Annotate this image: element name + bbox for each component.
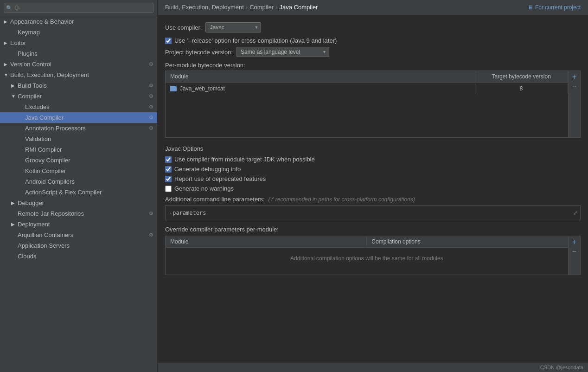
module-cell: Java_web_tomcat xyxy=(166,83,475,94)
sidebar-item-app-servers[interactable]: Application Servers xyxy=(0,240,157,251)
bytecode-version-dropdown[interactable]: Same as language level xyxy=(236,47,329,57)
add-override-button[interactable]: + xyxy=(570,238,578,246)
add-module-button[interactable]: + xyxy=(570,73,578,81)
sidebar-nav: ▶Appearance & BehaviorKeymap▶EditorPlugi… xyxy=(0,16,157,262)
sidebar-item-rmi-compiler[interactable]: RMI Compiler xyxy=(0,144,157,155)
version-col-header: Target bytecode version xyxy=(475,71,568,82)
breadcrumb-sep-1: › xyxy=(246,4,248,11)
arrow-icon-version-control: ▶ xyxy=(4,62,10,67)
remove-module-button[interactable]: − xyxy=(570,82,578,90)
sidebar-item-groovy-compiler[interactable]: Groovy Compiler xyxy=(0,155,157,166)
version-cell: 8 xyxy=(475,83,568,94)
sidebar-item-plugins[interactable]: Plugins xyxy=(0,48,157,59)
sidebar-item-compiler[interactable]: ▼Compiler⚙ xyxy=(0,91,157,102)
sidebar-item-editor[interactable]: ▶Editor xyxy=(0,38,157,48)
arrow-icon-compiler: ▼ xyxy=(11,94,18,99)
module-table-main: Module Target bytecode version Java_web_… xyxy=(165,71,569,138)
content-area: Build, Execution, Deployment › Compiler … xyxy=(158,0,588,372)
sidebar-label-excludes: Excludes xyxy=(25,103,50,110)
credit-text: CSDN @jesondata xyxy=(540,365,583,370)
sidebar-label-keymap: Keymap xyxy=(18,29,40,36)
per-module-label: Per-module bytecode version: xyxy=(165,62,245,69)
release-option-label: Use '--release' option for cross-compila… xyxy=(174,37,337,44)
sidebar-item-kotlin-compiler[interactable]: Kotlin Compiler xyxy=(0,166,157,176)
arrow-icon-build-tools: ▶ xyxy=(11,83,18,88)
compiler-dropdown-wrap: Javac Eclipse Ajc xyxy=(205,22,261,32)
sidebar-item-android-compilers[interactable]: Android Compilers xyxy=(0,176,157,187)
sidebar-item-build-tools[interactable]: ▶Build Tools⚙ xyxy=(0,80,157,91)
bottom-bar: CSDN @jesondata xyxy=(158,362,588,372)
compiler-dropdown[interactable]: Javac Eclipse Ajc xyxy=(205,22,261,32)
option-debug-label: Generate debugging info xyxy=(174,166,241,173)
main-layout: ▶Appearance & BehaviorKeymap▶EditorPlugi… xyxy=(0,0,588,372)
release-option-checkbox[interactable] xyxy=(165,38,172,44)
sidebar-item-version-control[interactable]: ▶Version Control⚙ xyxy=(0,59,157,70)
sidebar-label-groovy-compiler: Groovy Compiler xyxy=(25,157,70,164)
sidebar-item-validation[interactable]: Validation xyxy=(0,134,157,144)
sidebar-label-remote-jar: Remote Jar Repositories xyxy=(18,210,84,217)
search-box xyxy=(0,0,157,16)
javac-options-title: Javac Options xyxy=(165,145,581,152)
sidebar-item-deployment[interactable]: ▶Deployment xyxy=(0,219,157,230)
sidebar-label-build-exec-deploy: Build, Execution, Deployment xyxy=(10,71,89,78)
option-jdk-checkbox[interactable] xyxy=(165,156,172,163)
sidebar-label-appearance: Appearance & Behavior xyxy=(10,18,74,25)
option-deprecated-row: Report use of deprecated features xyxy=(165,175,581,182)
project-icon: 🖥 xyxy=(528,4,533,11)
sidebar-item-arquillian[interactable]: Arquillian Containers⚙ xyxy=(0,230,157,240)
sidebar-label-app-servers: Application Servers xyxy=(18,242,70,249)
module-name: Java_web_tomcat xyxy=(180,85,225,92)
override-table-main: Module Compilation options Additional co… xyxy=(165,236,569,275)
override-table-actions: + − xyxy=(569,236,581,275)
sidebar-item-excludes[interactable]: Excludes⚙ xyxy=(0,102,157,112)
settings-icon-arquillian: ⚙ xyxy=(149,232,153,238)
sidebar-label-compiler: Compiler xyxy=(18,93,42,100)
breadcrumb-3: Java Compiler xyxy=(280,4,318,11)
sidebar-label-editor: Editor xyxy=(10,39,26,46)
sidebar-label-clouds: Clouds xyxy=(18,253,36,260)
settings-icon-compiler: ⚙ xyxy=(149,93,153,99)
sidebar-item-build-exec-deploy[interactable]: ▼Build, Execution, Deployment xyxy=(0,70,157,80)
sidebar-label-build-tools: Build Tools xyxy=(18,82,47,89)
search-input[interactable] xyxy=(4,3,153,13)
sidebar-item-clouds[interactable]: Clouds xyxy=(0,251,157,262)
option-deprecated-checkbox[interactable] xyxy=(165,176,172,182)
table-row: Java_web_tomcat 8 xyxy=(166,83,568,95)
sidebar-label-arquillian: Arquillian Containers xyxy=(18,231,73,238)
option-warnings-checkbox[interactable] xyxy=(165,186,172,192)
per-module-label-row: Per-module bytecode version: xyxy=(165,62,581,69)
sidebar-item-appearance[interactable]: ▶Appearance & Behavior xyxy=(0,16,157,27)
module-col-header: Module xyxy=(166,71,475,82)
expand-button[interactable]: ⤢ xyxy=(573,210,578,216)
override-label: Override compiler parameters per-module: xyxy=(165,226,279,233)
override-options-col: Compilation options xyxy=(367,236,568,247)
additional-params-header: Additional command line parameters: ('/'… xyxy=(165,196,581,203)
arrow-icon-deployment: ▶ xyxy=(11,222,18,227)
sidebar-item-annotation-processors[interactable]: Annotation Processors⚙ xyxy=(0,123,157,134)
sidebar-item-remote-jar[interactable]: Remote Jar Repositories⚙ xyxy=(0,208,157,219)
arrow-icon-debugger: ▶ xyxy=(11,200,18,205)
remove-override-button[interactable]: − xyxy=(570,247,578,256)
settings-icon-remote-jar: ⚙ xyxy=(149,211,153,217)
search-wrap xyxy=(4,3,153,13)
sidebar-item-java-compiler[interactable]: Java Compiler⚙ xyxy=(0,112,157,123)
breadcrumb-sep-2: › xyxy=(275,4,277,11)
for-project-label: For current project xyxy=(535,4,581,11)
release-option-row: Use '--release' option for cross-compila… xyxy=(165,37,581,44)
sidebar-label-actionscript-compiler: ActionScript & Flex Compiler xyxy=(25,189,102,196)
use-compiler-label: Use compiler: xyxy=(165,24,202,31)
sidebar-item-debugger[interactable]: ▶Debugger xyxy=(0,198,157,208)
params-input[interactable] xyxy=(165,205,581,220)
arrow-icon-appearance: ▶ xyxy=(4,19,10,24)
option-warnings-label: Generate no warnings xyxy=(174,185,234,192)
override-table-header: Module Compilation options xyxy=(165,236,569,247)
module-table-header: Module Target bytecode version xyxy=(165,71,569,82)
option-debug-checkbox[interactable] xyxy=(165,166,172,173)
bytecode-version-label: Project bytecode version: xyxy=(165,49,233,56)
content-header: Build, Execution, Deployment › Compiler … xyxy=(158,0,588,15)
sidebar-item-keymap[interactable]: Keymap xyxy=(0,27,157,38)
arrow-icon-editor: ▶ xyxy=(4,40,10,45)
sidebar-item-actionscript-compiler[interactable]: ActionScript & Flex Compiler xyxy=(0,187,157,198)
breadcrumb-2: Compiler xyxy=(249,4,274,11)
additional-params-label: Additional command line parameters: xyxy=(165,196,265,203)
